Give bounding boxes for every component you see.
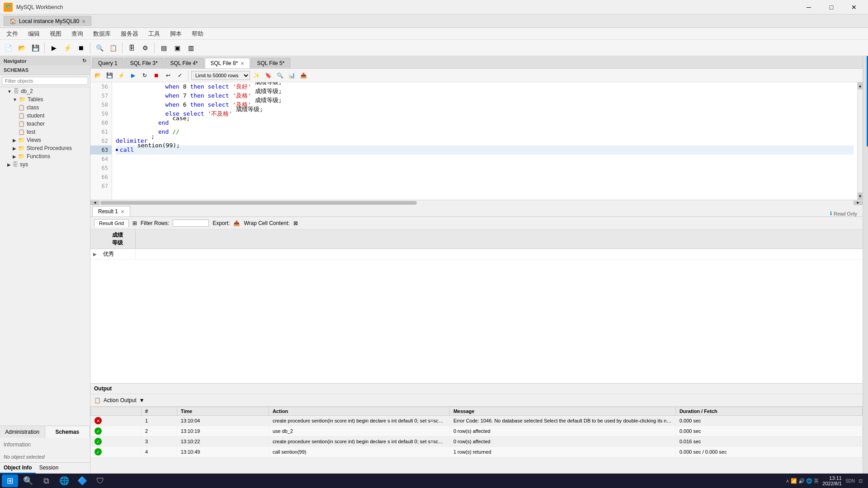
readonly-label: Read Only: [834, 211, 857, 216]
instance-tab-close[interactable]: ✕: [82, 19, 85, 24]
filter-rows-input[interactable]: [173, 220, 209, 227]
commit-btn[interactable]: ✓: [175, 70, 185, 81]
output-copy-icon[interactable]: 📋: [94, 397, 101, 404]
tree-item-views[interactable]: ▶ 📁 Views: [0, 136, 90, 144]
menu-help[interactable]: 帮助: [187, 29, 208, 39]
query-tab-4-close[interactable]: ✕: [241, 61, 244, 66]
action-output-dropdown[interactable]: ▼: [139, 397, 145, 404]
schema-button[interactable]: 🗄: [125, 42, 138, 54]
menu-file[interactable]: 文件: [2, 29, 23, 39]
home-icon: 🏠: [9, 18, 16, 24]
tree-item-tables[interactable]: ▼ 📁 Tables: [0, 95, 90, 103]
info-section-label: Information: [0, 438, 90, 451]
line-60: 60: [90, 118, 112, 127]
settings-button[interactable]: ⚙: [139, 42, 151, 54]
menu-database[interactable]: 数据库: [89, 29, 115, 39]
query-tab-2-label: SQL File 3*: [130, 60, 158, 66]
tree-item-functions[interactable]: ▶ 📁 Functions: [0, 152, 90, 160]
layout-2-button[interactable]: ▣: [171, 42, 184, 54]
layout-3-button[interactable]: ▥: [184, 42, 197, 54]
export-icon[interactable]: 📤: [233, 220, 240, 226]
menu-server[interactable]: 服务器: [116, 29, 143, 39]
instance-tab[interactable]: 🏠 Local instance MySQL80 ✕: [4, 16, 91, 26]
hscroll-thumb[interactable]: [100, 201, 417, 205]
query-tab-2[interactable]: SQL File 3*: [124, 58, 164, 68]
tree-item-test[interactable]: 📋 test: [0, 128, 90, 136]
layout-1-button[interactable]: ▤: [157, 42, 170, 54]
maximize-button[interactable]: □: [821, 0, 842, 14]
filter-input[interactable]: [2, 77, 88, 85]
tree-item-db2[interactable]: ▼ 🗄 db_2: [0, 87, 90, 95]
search-btn[interactable]: 🔍: [274, 70, 285, 81]
menu-tools[interactable]: 工具: [144, 29, 165, 39]
query-tab-5[interactable]: SQL File 5*: [251, 58, 290, 68]
editor-area: 56 57 58 59 60 61 62 63 64 65 66 67 when…: [90, 82, 863, 200]
explain-button[interactable]: 🔍: [93, 42, 106, 54]
menu-view[interactable]: 视图: [45, 29, 66, 39]
magic-wand-btn[interactable]: ✨: [251, 70, 262, 81]
navigator-refresh-icon[interactable]: ↻: [82, 58, 86, 64]
execute-btn[interactable]: ⚡: [116, 70, 127, 81]
taskview-button[interactable]: ⧉: [38, 474, 54, 487]
tree-item-class[interactable]: 📋 class: [0, 103, 90, 112]
administration-tab[interactable]: Administration: [0, 426, 45, 438]
scroll-right-btn[interactable]: ►: [854, 201, 863, 205]
stop-exec-btn[interactable]: ⏹: [151, 70, 162, 81]
taskbar-right: ∧ 📶 🔊 🌐 英 13:11 2022/8/1 SDN ⊡: [782, 475, 866, 486]
save-sql-button[interactable]: 💾: [104, 70, 115, 81]
menu-edit[interactable]: 编辑: [24, 29, 44, 39]
schemas-tab[interactable]: Schemas: [45, 426, 90, 438]
minimize-button[interactable]: ─: [798, 0, 819, 14]
app-btn-5[interactable]: 🛡: [92, 474, 108, 487]
tree-item-sys[interactable]: ▶ 🗄 sys: [0, 160, 90, 169]
scroll-down-btn[interactable]: ▼: [858, 192, 863, 200]
open-sql-button[interactable]: 📂: [92, 70, 103, 81]
message-cell: Error Code: 1046. No database selected S…: [449, 416, 675, 426]
query-tab-1[interactable]: Query 1: [92, 58, 123, 68]
action-cell: create procedure sention(in score int) b…: [269, 436, 449, 447]
export-btn2[interactable]: 📤: [298, 70, 309, 81]
edge-button[interactable]: 🔷: [74, 474, 90, 487]
save-button[interactable]: 💾: [29, 42, 42, 54]
menu-query[interactable]: 查询: [67, 29, 88, 39]
new-file-button[interactable]: 📄: [2, 42, 14, 54]
result-tabs-row: Result 1 ✕ ℹ Read Only: [90, 205, 863, 217]
scroll-up-btn[interactable]: ▲: [858, 82, 863, 89]
session-tab[interactable]: Session: [36, 463, 62, 474]
execute-current-btn[interactable]: ▶: [127, 70, 138, 81]
table-row[interactable]: ▶ 优秀: [90, 249, 863, 260]
query-tab-3[interactable]: SQL File 4*: [165, 58, 204, 68]
menu-script[interactable]: 脚本: [165, 29, 186, 39]
run-current-button[interactable]: ⚡: [61, 42, 74, 54]
execution-dot: ●: [116, 145, 118, 155]
rollback-btn[interactable]: ↩: [163, 70, 174, 81]
editor-hscrollbar[interactable]: ◄ ►: [90, 200, 863, 205]
tree-item-student[interactable]: 📋 student: [0, 112, 90, 120]
message-cell: 0 row(s) affected: [449, 426, 675, 436]
bookmark-btn[interactable]: 🔖: [263, 70, 274, 81]
chrome-button[interactable]: 🌐: [56, 474, 72, 487]
search-button[interactable]: 🔍: [20, 474, 36, 487]
scroll-left-btn[interactable]: ◄: [90, 201, 99, 205]
start-button[interactable]: ⊞: [2, 474, 18, 487]
line-63: 63: [90, 145, 112, 155]
result-tab-1-close[interactable]: ✕: [121, 209, 124, 214]
stop-button[interactable]: ⏹: [75, 42, 87, 54]
query-tab-4[interactable]: SQL File 8* ✕: [205, 58, 250, 68]
result-tab-1[interactable]: Result 1 ✕: [92, 206, 130, 216]
code-editor[interactable]: when 8 then select '良好' 成绩等级; when 7 the…: [112, 82, 857, 200]
result-grid-btn[interactable]: Result Grid: [94, 219, 129, 227]
refresh-btn[interactable]: ↻: [139, 70, 150, 81]
run-button[interactable]: ▶: [47, 42, 60, 54]
code-line-63: ●call sention(99);: [116, 145, 854, 155]
limit-select[interactable]: Limit to 50000 rows: [191, 71, 250, 80]
wrap-icon[interactable]: ⊠: [293, 220, 298, 226]
tree-item-stored-proc[interactable]: ▶ 📁 Stored Procedures: [0, 144, 90, 152]
object-info-tab[interactable]: Object Info: [0, 463, 36, 474]
visual-explain-btn[interactable]: 📊: [286, 70, 297, 81]
tree-item-teacher[interactable]: 📋 teacher: [0, 120, 90, 128]
format-button[interactable]: 📋: [107, 42, 119, 54]
close-button[interactable]: ✕: [844, 0, 864, 14]
open-file-button[interactable]: 📂: [15, 42, 28, 54]
editor-vscrollbar[interactable]: ▲ ▼: [857, 82, 863, 200]
